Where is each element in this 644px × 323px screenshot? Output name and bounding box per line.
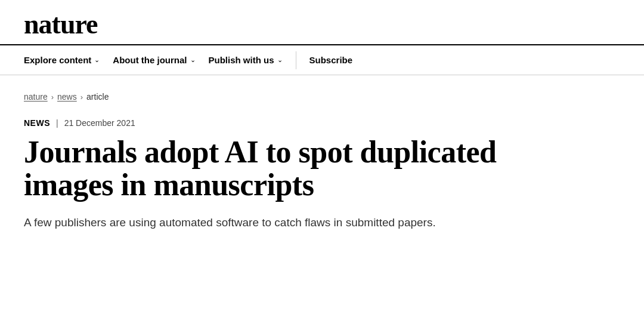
article-title: Journals adopt AI to spot duplicated ima… xyxy=(24,136,561,201)
chevron-down-icon: ⌄ xyxy=(190,56,196,64)
article-date: 21 December 2021 xyxy=(64,118,135,128)
nav-item-about-journal[interactable]: About the journal ⌄ xyxy=(113,45,208,75)
nav-subscribe-button[interactable]: Subscribe xyxy=(309,45,353,75)
nav-item-about-journal-label: About the journal xyxy=(113,55,187,65)
breadcrumb-link-nature[interactable]: nature xyxy=(24,92,48,101)
nav-item-publish-with-us-label: Publish with us xyxy=(209,55,274,65)
nav-item-explore-content-label: Explore content xyxy=(24,55,91,65)
breadcrumb-separator-1: › xyxy=(51,93,54,101)
article-subtitle: A few publishers are using automated sof… xyxy=(24,214,537,232)
site-header: nature xyxy=(0,0,644,44)
breadcrumb-separator-2: › xyxy=(80,93,83,101)
site-logo[interactable]: nature xyxy=(24,11,98,44)
nav-item-explore-content[interactable]: Explore content ⌄ xyxy=(24,45,113,75)
breadcrumb: nature › news › article xyxy=(24,92,620,101)
meta-divider: | xyxy=(56,118,58,128)
breadcrumb-link-news[interactable]: news xyxy=(57,92,77,101)
breadcrumb-current: article xyxy=(86,92,109,101)
content-area: nature › news › article NEWS | 21 Decemb… xyxy=(0,75,644,256)
nav-bar: Explore content ⌄ About the journal ⌄ Pu… xyxy=(0,44,644,75)
article-meta: NEWS | 21 December 2021 xyxy=(24,118,620,128)
nav-divider xyxy=(296,51,296,69)
nav-item-publish-with-us[interactable]: Publish with us ⌄ xyxy=(209,45,296,75)
chevron-down-icon: ⌄ xyxy=(94,56,100,64)
article-category: NEWS xyxy=(24,118,50,128)
chevron-down-icon: ⌄ xyxy=(277,56,283,64)
